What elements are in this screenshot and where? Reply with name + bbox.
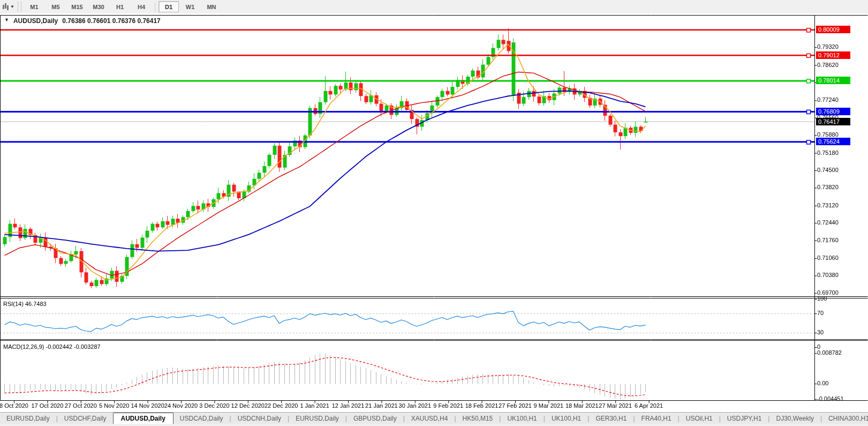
toolbar-grip[interactable]	[18, 2, 21, 12]
chart-tab-eurusd-daily[interactable]: EURUSD,Daily	[0, 413, 56, 424]
timeframe-button-m5[interactable]: M5	[46, 1, 66, 12]
chart-tab-uk100-h1[interactable]: UK100,H1	[501, 413, 543, 424]
status-strip	[0, 424, 868, 426]
timeframe-button-d1[interactable]: D1	[158, 1, 179, 12]
chevron-down-icon: ▼	[10, 5, 14, 9]
chart-tab-usdchf-daily[interactable]: USDCHF,Daily	[58, 413, 113, 424]
chart-ohlc-values: 0.76386 0.76601 0.76376 0.76417	[62, 17, 161, 25]
timeframe-button-m1[interactable]: M1	[24, 1, 44, 12]
timeframe-button-h1[interactable]: H1	[110, 1, 130, 12]
chart-tab-dj30-weekly[interactable]: DJ30,Weekly	[769, 413, 820, 424]
chart-title: ▼ AUDUSD,Daily 0.76386 0.76601 0.76376 0…	[4, 17, 161, 25]
chart-type-icon[interactable]: ▼	[2, 2, 16, 12]
chart-tab-usoil-h1[interactable]: USOil,H1	[680, 413, 719, 424]
chart-tab-audusd-daily[interactable]: AUDUSD,Daily	[113, 413, 173, 424]
chart-tab-usdcad-daily[interactable]: USDCAD,Daily	[173, 413, 230, 424]
candlestick-chart-icon	[3, 3, 9, 10]
timeframe-button-h4[interactable]: H4	[131, 1, 152, 12]
chart-tab-gbpusd-daily[interactable]: GBPUSD,Daily	[347, 413, 403, 424]
chart-tab-bar: EURUSD,Daily|USDCHF,DailyAUDUSD,DailyUSD…	[0, 412, 868, 424]
timeframe-button-mn[interactable]: MN	[201, 1, 222, 12]
chart-tab-hk50-m15[interactable]: HK50,M15	[456, 413, 500, 424]
toolbar-separator	[155, 2, 155, 12]
chart-tab-uk100-h1[interactable]: UK100,H1	[545, 413, 587, 424]
chart-tab-usdjpy-h1[interactable]: USDJPY,H1	[721, 413, 768, 424]
chart-tab-ger30-h1[interactable]: GER30,H1	[589, 413, 633, 424]
chart-collapse-arrow-icon[interactable]: ▼	[4, 17, 9, 25]
timeframe-button-w1[interactable]: W1	[180, 1, 200, 12]
timeframe-button-m15[interactable]: M15	[67, 1, 87, 12]
chart-symbol-period: AUDUSD,Daily	[13, 17, 58, 25]
chart-tab-xauusd-h4[interactable]: XAUUSD,H4	[405, 413, 455, 424]
chart-tab-fra40-h1[interactable]: FRA40,H1	[635, 413, 678, 424]
chart-tab-usdcnh-daily[interactable]: USDCNH,Daily	[231, 413, 288, 424]
trading-platform-window: ▼ M1M5M15M30H1H4D1W1MN ▼ AUDUSD,Daily 0.…	[0, 0, 868, 426]
timeframe-button-m30[interactable]: M30	[88, 1, 109, 12]
chart-tab-china300-h1[interactable]: CHINA300,H1	[822, 413, 868, 424]
timeframe-toolbar: ▼ M1M5M15M30H1H4D1W1MN	[0, 0, 868, 14]
chart-tab-eurusd-daily[interactable]: EURUSD,Daily	[289, 413, 345, 424]
price-chart-canvas[interactable]	[0, 13, 868, 412]
